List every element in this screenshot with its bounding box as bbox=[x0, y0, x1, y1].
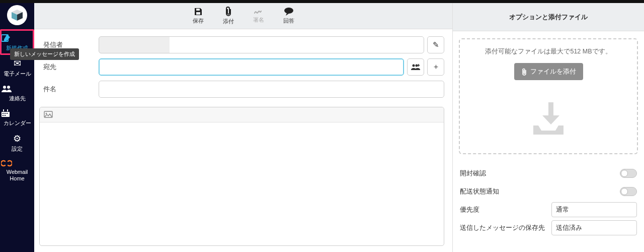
svg-point-23 bbox=[46, 113, 47, 114]
gear-icon: ⚙ bbox=[1, 134, 33, 143]
delivery-status-toggle[interactable] bbox=[620, 187, 637, 196]
send-options: 開封確認 配送状態通知 優先度 通常 送信したメッセージの保存先 送信済み bbox=[453, 164, 644, 237]
speech-bubble-icon bbox=[284, 7, 294, 16]
from-label: 発信者 bbox=[38, 40, 99, 49]
save-sent-value: 送信済み bbox=[556, 223, 582, 232]
svg-rect-12 bbox=[7, 113, 8, 114]
plus-icon: ＋ bbox=[432, 62, 440, 72]
to-input[interactable] bbox=[99, 58, 404, 76]
calendar-icon bbox=[1, 109, 33, 117]
to-label: 宛先 bbox=[38, 62, 99, 72]
svg-rect-14 bbox=[5, 115, 6, 116]
attach-file-label: ファイルを添付 bbox=[530, 67, 576, 76]
sidebar: 新規作成 新しいメッセージを作成 ✉ 電子メール 連絡先 カレンダー ⚙ 設定 bbox=[0, 3, 34, 252]
cpanel-icon bbox=[1, 160, 33, 167]
insert-image-button[interactable] bbox=[44, 111, 53, 118]
toolbar-label: 署名 bbox=[253, 16, 264, 24]
sidebar-item-label: 設定 bbox=[1, 145, 33, 153]
signature-button[interactable]: 署名 bbox=[250, 8, 268, 24]
compose-form: 発信者 ✎ 宛先 bbox=[34, 29, 452, 107]
sidebar-item-label: 電子メール bbox=[1, 70, 33, 78]
sidebar-item-compose[interactable]: 新規作成 新しいメッセージを作成 bbox=[0, 29, 34, 55]
svg-point-18 bbox=[413, 64, 415, 67]
add-contact-button[interactable] bbox=[407, 58, 424, 76]
svg-rect-16 bbox=[196, 12, 200, 15]
envelope-icon: ✉ bbox=[1, 59, 33, 68]
paperclip-icon bbox=[224, 7, 232, 17]
attach-button[interactable]: 添付 bbox=[219, 7, 237, 25]
toolbar-label: 添付 bbox=[223, 18, 234, 25]
sidebar-item-calendar[interactable]: カレンダー bbox=[0, 105, 34, 130]
opt-read-receipt-label: 開封確認 bbox=[460, 169, 486, 178]
options-title: オプションと添付ファイル bbox=[453, 3, 644, 31]
sidebar-item-label: 連絡先 bbox=[1, 95, 33, 102]
download-tray-icon bbox=[531, 102, 566, 136]
users-icon bbox=[1, 85, 33, 93]
save-button[interactable]: 保存 bbox=[189, 7, 207, 25]
save-sent-select[interactable]: 送信済み bbox=[551, 220, 637, 235]
opt-read-receipt-row: 開封確認 bbox=[460, 164, 637, 182]
sidebar-item-label: Webmail Home bbox=[1, 169, 33, 181]
compose-icon bbox=[1, 33, 33, 42]
reply-button[interactable]: 回答 bbox=[280, 7, 298, 25]
svg-rect-7 bbox=[2, 110, 10, 112]
app-logo[interactable] bbox=[7, 5, 27, 25]
opt-delivery-status-row: 配送状態通知 bbox=[460, 182, 637, 201]
max-size-hint: 添付可能なファイルは最大で512 MBです。 bbox=[485, 47, 611, 56]
svg-rect-11 bbox=[5, 113, 6, 114]
opt-save-sent-row: 送信したメッセージの保存先 送信済み bbox=[460, 219, 637, 237]
to-row: 宛先 ＋ bbox=[38, 58, 444, 76]
priority-value: 通常 bbox=[556, 205, 569, 214]
svg-rect-15 bbox=[196, 9, 200, 11]
save-icon bbox=[194, 7, 203, 16]
signature-icon bbox=[254, 8, 264, 15]
opt-priority-row: 優先度 通常 bbox=[460, 201, 637, 219]
opt-save-sent-label: 送信したメッセージの保存先 bbox=[460, 223, 545, 232]
editor-toolbar bbox=[40, 107, 444, 122]
svg-point-5 bbox=[7, 86, 10, 89]
sidebar-item-contacts[interactable]: 連絡先 bbox=[0, 81, 34, 105]
svg-point-4 bbox=[3, 86, 6, 89]
svg-rect-10 bbox=[3, 113, 4, 114]
svg-rect-21 bbox=[417, 65, 420, 66]
from-input[interactable] bbox=[99, 36, 424, 53]
svg-rect-9 bbox=[7, 109, 8, 111]
opt-priority-label: 優先度 bbox=[460, 205, 479, 214]
compose-tooltip: 新しいメッセージを作成 bbox=[10, 48, 79, 60]
svg-rect-8 bbox=[3, 109, 4, 111]
read-receipt-toggle[interactable] bbox=[620, 169, 637, 178]
toolbar-label: 保存 bbox=[193, 17, 204, 25]
svg-point-17 bbox=[284, 8, 293, 14]
subject-label: 件名 bbox=[38, 85, 99, 94]
compose-toolbar: 保存 添付 署名 回答 bbox=[34, 3, 452, 29]
attachment-dropzone[interactable]: 添付可能なファイルは最大で512 MBです。 ファイルを添付 bbox=[459, 38, 638, 154]
options-panel: オプションと添付ファイル 添付可能なファイルは最大で512 MBです。 ファイル… bbox=[453, 3, 644, 252]
editor-body[interactable] bbox=[40, 122, 444, 245]
paperclip-icon bbox=[521, 68, 527, 76]
sidebar-item-settings[interactable]: ⚙ 設定 bbox=[0, 130, 34, 156]
attach-file-button[interactable]: ファイルを添付 bbox=[514, 63, 583, 80]
subject-row: 件名 bbox=[38, 81, 444, 98]
svg-rect-13 bbox=[3, 115, 4, 116]
subject-input[interactable] bbox=[99, 81, 444, 98]
editor bbox=[39, 107, 444, 246]
toolbar-label: 回答 bbox=[283, 17, 294, 25]
main-layout: 新規作成 新しいメッセージを作成 ✉ 電子メール 連絡先 カレンダー ⚙ 設定 bbox=[0, 3, 644, 252]
sidebar-item-label: カレンダー bbox=[1, 119, 33, 127]
add-field-button[interactable]: ＋ bbox=[427, 58, 444, 76]
cube-icon bbox=[11, 10, 24, 21]
add-users-icon bbox=[411, 64, 420, 71]
edit-from-button[interactable]: ✎ bbox=[427, 36, 444, 53]
from-row: 発信者 ✎ bbox=[38, 36, 444, 53]
pencil-icon: ✎ bbox=[433, 40, 439, 49]
opt-delivery-status-label: 配送状態通知 bbox=[460, 187, 499, 196]
priority-select[interactable]: 通常 bbox=[551, 202, 637, 217]
sidebar-item-webmail-home[interactable]: Webmail Home bbox=[0, 156, 34, 184]
compose-pane: 保存 添付 署名 回答 発信 bbox=[34, 3, 453, 252]
